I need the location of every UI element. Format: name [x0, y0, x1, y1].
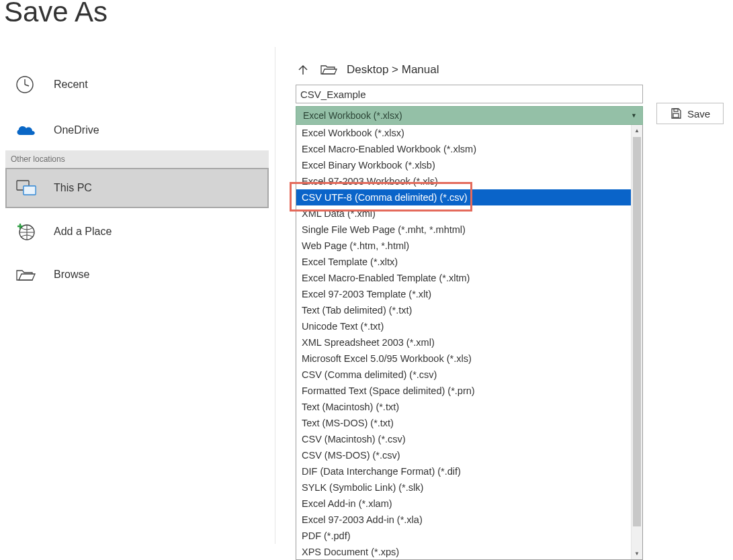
up-arrow-icon[interactable]	[296, 62, 310, 77]
sidebar-item-label: Browse	[54, 269, 89, 281]
file-type-option[interactable]: Formatted Text (Space delimited) (*.prn)	[296, 383, 631, 399]
computer-icon	[15, 178, 54, 198]
scroll-down-arrow-icon[interactable]: ▼	[632, 548, 642, 559]
file-type-option[interactable]: Unicode Text (*.txt)	[296, 318, 631, 334]
clock-icon	[15, 75, 54, 95]
file-type-option[interactable]: Text (Macintosh) (*.txt)	[296, 399, 631, 415]
vertical-divider	[275, 47, 275, 544]
file-type-option[interactable]: XML Data (*.xml)	[296, 205, 631, 222]
chevron-down-icon: ▼	[631, 112, 637, 119]
file-type-option[interactable]: Excel Macro-Enabled Template (*.xltm)	[296, 270, 631, 286]
file-type-option[interactable]: Web Page (*.htm, *.html)	[296, 238, 631, 254]
file-type-dropdown: Excel Workbook (*.xlsx)Excel Macro-Enabl…	[296, 125, 643, 560]
sidebar-section-other-locations: Other locations	[5, 150, 269, 168]
svg-rect-10	[673, 113, 679, 118]
folder-open-icon	[15, 267, 54, 283]
file-type-option[interactable]: Text (Tab delimited) (*.txt)	[296, 302, 631, 318]
save-button-label: Save	[687, 108, 710, 120]
file-type-option[interactable]: CSV (Comma delimited) (*.csv)	[296, 367, 631, 383]
filename-input[interactable]	[296, 85, 643, 103]
cloud-icon	[15, 123, 54, 138]
file-type-option[interactable]: XPS Document (*.xps)	[296, 544, 631, 560]
sidebar-item-this-pc[interactable]: This PC	[5, 168, 269, 208]
file-type-option[interactable]: Excel Macro-Enabled Workbook (*.xlsm)	[296, 141, 631, 157]
save-as-main: Desktop > Manual Excel Workbook (*.xlsx)…	[296, 59, 726, 560]
file-type-option[interactable]: Excel Add-in (*.xlam)	[296, 496, 631, 512]
file-type-option[interactable]: CSV (MS-DOS) (*.csv)	[296, 447, 631, 463]
file-type-option[interactable]: SYLK (Symbolic Link) (*.slk)	[296, 479, 631, 496]
sidebar-item-label: Recent	[54, 79, 88, 91]
file-type-option[interactable]: CSV UTF-8 (Comma delimited) (*.csv)	[296, 189, 631, 205]
page-title: Save As	[4, 0, 107, 28]
file-type-option[interactable]: Excel Template (*.xltx)	[296, 254, 631, 270]
breadcrumb: Desktop > Manual	[296, 59, 726, 81]
file-type-option[interactable]: XML Spreadsheet 2003 (*.xml)	[296, 334, 631, 351]
sidebar-item-browse[interactable]: Browse	[5, 255, 269, 294]
file-type-option[interactable]: Excel Workbook (*.xlsx)	[296, 125, 631, 141]
save-as-sidebar: Recent OneDrive Other locations This PC	[5, 64, 269, 294]
svg-line-2	[25, 85, 29, 86]
file-type-option[interactable]: Excel 97-2003 Workbook (*.xls)	[296, 173, 631, 189]
scroll-up-arrow-icon[interactable]: ▲	[632, 125, 642, 136]
globe-plus-icon	[15, 221, 54, 242]
file-type-option[interactable]: Single File Web Page (*.mht, *.mhtml)	[296, 222, 631, 238]
file-type-option[interactable]: DIF (Data Interchange Format) (*.dif)	[296, 463, 631, 479]
file-type-option[interactable]: CSV (Macintosh) (*.csv)	[296, 431, 631, 447]
file-type-selected-label: Excel Workbook (*.xlsx)	[303, 110, 402, 121]
file-type-option[interactable]: PDF (*.pdf)	[296, 528, 631, 544]
sidebar-item-label: OneDrive	[54, 124, 99, 136]
save-button[interactable]: Save	[656, 103, 724, 124]
file-type-option[interactable]: Excel 97-2003 Add-in (*.xla)	[296, 512, 631, 528]
file-type-option[interactable]: Excel Binary Workbook (*.xlsb)	[296, 157, 631, 173]
file-type-select[interactable]: Excel Workbook (*.xlsx) ▼	[296, 106, 643, 125]
sidebar-item-onedrive[interactable]: OneDrive	[5, 110, 269, 150]
sidebar-item-add-place[interactable]: Add a Place	[5, 212, 269, 251]
sidebar-item-label: This PC	[54, 182, 92, 194]
file-type-option[interactable]: Excel 97-2003 Template (*.xlt)	[296, 286, 631, 302]
file-type-option[interactable]: Microsoft Excel 5.0/95 Workbook (*.xls)	[296, 351, 631, 367]
sidebar-item-label: Add a Place	[54, 226, 112, 238]
svg-rect-5	[24, 186, 36, 195]
scroll-thumb[interactable]	[633, 137, 641, 526]
folder-open-icon[interactable]	[320, 63, 337, 77]
file-type-option[interactable]: Text (MS-DOS) (*.txt)	[296, 415, 631, 431]
save-icon	[670, 107, 682, 120]
breadcrumb-path[interactable]: Desktop > Manual	[347, 63, 439, 77]
dropdown-scrollbar[interactable]: ▲ ▼	[631, 125, 642, 559]
sidebar-item-recent[interactable]: Recent	[5, 64, 269, 105]
